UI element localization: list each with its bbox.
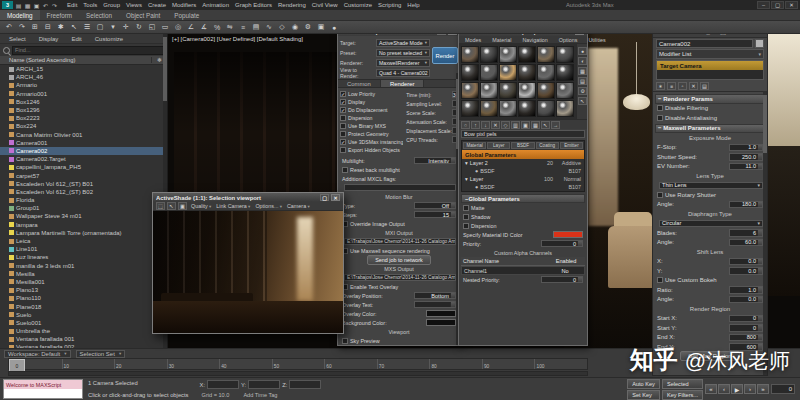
row-value[interactable]: [414, 301, 456, 309]
curve-editor-icon[interactable]: ∿: [263, 22, 275, 33]
modifier-list-dropdown[interactable]: Modifier List: [656, 49, 764, 59]
material-sample[interactable]: [461, 46, 479, 63]
render-setup-icon[interactable]: ⚙: [302, 22, 314, 33]
rollout-row[interactable]: Circular: [655, 219, 765, 229]
ribbon-tab[interactable]: Selection: [79, 10, 119, 20]
redo-icon[interactable]: ↷: [16, 22, 28, 33]
dialog-row[interactable]: Priority: 0: [461, 239, 585, 248]
rollout-row[interactable]: Blades: 6: [655, 228, 765, 238]
scene-explorer-menu-item[interactable]: Select: [6, 36, 29, 42]
use-pivot-center-icon[interactable]: ◎: [172, 22, 184, 33]
row-value[interactable]: 0.0: [729, 267, 763, 275]
scene-explorer-menu-item[interactable]: Customize: [92, 36, 126, 42]
row-value[interactable]: E:\Trabajos\Jose Chemor\2014-11-26 Catal…: [344, 274, 456, 282]
activeshade-menu-item[interactable]: Quality: [191, 203, 211, 209]
material-sample[interactable]: [480, 82, 498, 99]
dialog-row[interactable]: [340, 183, 458, 192]
tree-item[interactable]: Leica: [0, 237, 167, 245]
tree-item[interactable]: Escaleden Vol 612_(ST) B02: [0, 188, 167, 196]
material-sample[interactable]: [537, 82, 555, 99]
row-value[interactable]: 0: [541, 240, 583, 248]
menu-item[interactable]: Modifiers: [169, 2, 199, 8]
scene-explorer-menu-item[interactable]: Edit: [68, 36, 84, 42]
material-sample[interactable]: [499, 46, 517, 63]
checkbox[interactable]: [657, 115, 663, 121]
rollout-row[interactable]: Ratio: 1.0: [655, 285, 765, 295]
material-tree-row[interactable]: ▾ Layer 2 20 Additive: [462, 159, 584, 167]
bind-to-space-warp-icon[interactable]: ✱: [55, 22, 67, 33]
activeshade-menu-item[interactable]: Camera: [287, 203, 310, 209]
row-value[interactable]: Intensity: [414, 157, 456, 165]
checkbox[interactable]: [340, 115, 346, 121]
remove-modifier-icon[interactable]: ✕: [689, 82, 698, 90]
dialog-row[interactable]: Specify Material ID Color: [461, 230, 585, 239]
timeline-tick[interactable]: 30: [167, 359, 220, 369]
row-value[interactable]: 0: [729, 315, 763, 323]
menu-item[interactable]: Edit: [64, 2, 80, 8]
row-value[interactable]: 60.0: [729, 239, 763, 247]
timeline-tick[interactable]: 10: [62, 359, 115, 369]
menu-item[interactable]: Views: [123, 2, 145, 8]
material-tree-row[interactable]: ● BSDF B107: [462, 167, 584, 175]
maximize-icon[interactable]: ▢: [320, 194, 329, 201]
material-sample[interactable]: [499, 100, 517, 117]
percent-snap-icon[interactable]: %: [211, 22, 223, 33]
tree-item[interactable]: Florida: [0, 196, 167, 204]
tree-item[interactable]: Line101: [0, 245, 167, 253]
timeline-tick[interactable]: 20: [114, 359, 167, 369]
checkbox[interactable]: [657, 192, 663, 198]
tree-item[interactable]: manilla de 3 leds m01: [0, 262, 167, 270]
reset-map-icon[interactable]: ✕: [491, 121, 500, 129]
timeline-tick[interactable]: 90: [482, 359, 535, 369]
material-editor-menu-item[interactable]: Options: [556, 37, 581, 43]
material-editor-menu-item[interactable]: Material: [489, 37, 514, 43]
rollout-row[interactable]: Y: 0.0: [655, 266, 765, 276]
checkbox[interactable]: [340, 147, 346, 153]
select-and-move-icon[interactable]: ✛: [120, 22, 132, 33]
redo-icon[interactable]: ↷: [50, 1, 59, 9]
tree-item[interactable]: ARCH_46: [0, 73, 167, 81]
tree-item[interactable]: Plane018: [0, 302, 167, 310]
checkbox[interactable]: [340, 123, 346, 129]
tree-item[interactable]: Ventana farallada 001: [0, 335, 167, 343]
row-value[interactable]: Thin Lens: [659, 182, 763, 190]
dialog-row[interactable]: E:\Trabajos\Jose Chemor\2014-11-26 Catal…: [340, 237, 458, 246]
viewport-label[interactable]: [+] [Camera002] [User Defined] [Default …: [172, 36, 303, 42]
material-tree-row[interactable]: ● BSDF B107: [462, 183, 584, 191]
show-end-result-icon[interactable]: ≡: [667, 82, 676, 90]
maxscript-mini-listener[interactable]: Welcome to MAXScript: [3, 379, 83, 399]
timeline-ruler[interactable]: 0102030405060708090100: [8, 358, 588, 370]
add-time-tag[interactable]: Add Time Tag: [243, 392, 277, 398]
row-value[interactable]: 0.0: [729, 258, 763, 266]
coord-y-field[interactable]: [248, 380, 280, 389]
rollout-row[interactable]: Maxwell Parameters: [655, 124, 765, 134]
draw-region-icon[interactable]: ⬚: [156, 202, 165, 210]
tree-item[interactable]: Mesilla001: [0, 278, 167, 286]
make-unique-icon[interactable]: ◇: [501, 121, 510, 129]
material-sample[interactable]: [499, 82, 517, 99]
ribbon-tab[interactable]: Object Paint: [119, 10, 167, 20]
rollout-row[interactable]: Diaphragm Type: [655, 209, 765, 219]
tree-item[interactable]: Suelo: [0, 311, 167, 319]
material-sample[interactable]: [461, 100, 479, 117]
rollout-row[interactable]: Use Rotary Shutter: [655, 190, 765, 200]
select-and-scale-icon[interactable]: ◱: [146, 22, 158, 33]
checkbox[interactable]: [340, 139, 346, 145]
color-swatch[interactable]: [426, 319, 456, 326]
color-swatch[interactable]: [553, 231, 583, 238]
tree-item[interactable]: Camera002.Target: [0, 155, 167, 163]
timeline-tick[interactable]: 100: [534, 359, 587, 369]
material-tree-tab[interactable]: Material: [463, 142, 486, 149]
row-value[interactable]: 800: [729, 334, 763, 342]
tree-item[interactable]: Box1296: [0, 106, 167, 114]
activeshade-menu-item[interactable]: Link Camera: [216, 203, 250, 209]
maxscript-pink-line[interactable]: Welcome to MAXScript: [4, 380, 82, 389]
rollout-row[interactable]: Angle: 180.0: [655, 200, 765, 210]
next-frame-button[interactable]: ›: [744, 384, 756, 394]
material-editor-menu-item[interactable]: Modes: [462, 37, 484, 43]
dialog-row[interactable]: Background Color:: [340, 318, 458, 327]
rollout-row[interactable]: Get Max Region: [655, 352, 765, 362]
make-unique-icon[interactable]: ▫: [678, 82, 687, 90]
rollout-row[interactable]: F-Stop: 1.0: [655, 143, 765, 153]
tree-item[interactable]: Escaleden Vol 612_(ST) B01: [0, 180, 167, 188]
